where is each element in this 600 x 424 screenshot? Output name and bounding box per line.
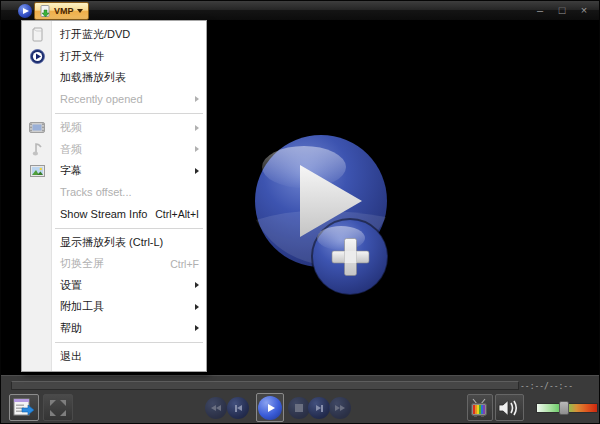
play-orb xyxy=(258,396,282,420)
submenu-arrow-icon xyxy=(195,125,199,131)
title-bar: VMP – □ × xyxy=(1,1,599,21)
submenu-arrow-icon xyxy=(195,146,199,152)
fullscreen-button[interactable] xyxy=(43,394,73,421)
menu-item-recently-opened: Recently opened xyxy=(22,89,206,111)
stop-icon xyxy=(295,404,303,412)
menu-item-show-playlist[interactable]: 显示播放列表 (Ctrl-L) xyxy=(22,232,206,254)
tv-channels-button[interactable] xyxy=(467,394,493,421)
menu-separator xyxy=(55,228,203,229)
stop-button[interactable] xyxy=(288,397,310,419)
menu-item-extra-tools[interactable]: 附加工具 xyxy=(22,296,206,318)
menu-item-settings[interactable]: 设置 xyxy=(22,275,206,297)
menu-item-label: Show Stream Info xyxy=(60,208,147,220)
menu-item-label: 帮助 xyxy=(60,321,82,336)
submenu-arrow-icon xyxy=(195,282,199,288)
menu-item-video: 视频 xyxy=(22,117,206,139)
menu-item-label: Recently opened xyxy=(60,93,143,105)
disc-icon xyxy=(22,27,52,42)
menu-item-label: 显示播放列表 (Ctrl-L) xyxy=(60,235,163,250)
menu-item-label: 打开蓝光/DVD xyxy=(60,27,130,42)
menu-item-show-stream-info[interactable]: Show Stream Info Ctrl+Alt+I xyxy=(22,203,206,225)
next-button[interactable] xyxy=(308,397,330,419)
previous-button[interactable] xyxy=(227,397,249,419)
menu-item-label: 音频 xyxy=(60,142,82,157)
main-menu-dropdown: 打开蓝光/DVD 打开文件 加载播放列表 Recently opened 视频 xyxy=(21,20,207,372)
menu-item-label: 设置 xyxy=(60,278,82,293)
open-file-icon xyxy=(40,5,51,18)
maximize-button[interactable]: □ xyxy=(555,3,569,17)
menu-item-label: 附加工具 xyxy=(60,299,104,314)
menu-item-help[interactable]: 帮助 xyxy=(22,318,206,340)
menu-item-exit[interactable]: 退出 xyxy=(22,346,206,368)
play-icon xyxy=(268,404,275,412)
app-play-icon xyxy=(18,4,32,18)
menu-item-label: 字幕 xyxy=(60,163,82,178)
menu-item-label: Tracks offset... xyxy=(60,186,132,198)
menu-item-audio: 音频 xyxy=(22,139,206,161)
submenu-arrow-icon xyxy=(195,304,199,310)
music-note-icon xyxy=(22,142,52,157)
player-logo xyxy=(246,125,396,305)
menu-item-shortcut: Ctrl+F xyxy=(170,258,199,270)
volume-thumb[interactable] xyxy=(559,401,569,415)
volume-slider[interactable] xyxy=(536,403,598,413)
minimize-button[interactable]: – xyxy=(533,3,547,17)
film-icon xyxy=(22,122,52,133)
image-icon xyxy=(22,165,52,177)
menu-item-subtitles[interactable]: 字幕 xyxy=(22,160,206,182)
fast-forward-button[interactable] xyxy=(329,397,351,419)
submenu-arrow-icon xyxy=(195,96,199,102)
menu-item-open-file[interactable]: 打开文件 xyxy=(22,46,206,68)
menu-item-label: 视频 xyxy=(60,120,82,135)
menu-button-label: VMP xyxy=(54,6,74,16)
fullscreen-arrows-icon xyxy=(48,398,68,418)
menu-item-label: 打开文件 xyxy=(60,49,104,64)
menu-item-label: 加载播放列表 xyxy=(60,70,126,85)
menu-item-label: 切换全屏 xyxy=(60,256,104,271)
menu-separator xyxy=(55,342,203,343)
menu-item-load-playlist[interactable]: 加载播放列表 xyxy=(22,67,206,89)
rewind-button[interactable] xyxy=(205,397,227,419)
menu-item-toggle-fullscreen: 切换全屏 Ctrl+F xyxy=(22,253,206,275)
menu-item-shortcut: Ctrl+Alt+I xyxy=(155,208,199,220)
tv-icon xyxy=(470,398,490,418)
media-player-window: VMP – □ × xyxy=(0,0,600,424)
menu-item-label: 退出 xyxy=(60,349,82,364)
control-bar: --:--/--:-- xyxy=(1,375,599,424)
play-button[interactable] xyxy=(256,393,284,422)
playlist-button[interactable] xyxy=(9,394,39,421)
play-circle-icon xyxy=(22,49,52,64)
mute-volume-button[interactable] xyxy=(495,394,524,421)
submenu-arrow-icon xyxy=(195,325,199,331)
speaker-icon xyxy=(498,399,521,417)
menu-item-tracks-offset: Tracks offset... xyxy=(22,182,206,204)
chevron-down-icon xyxy=(77,9,83,13)
seek-bar[interactable] xyxy=(11,381,519,390)
playlist-icon xyxy=(13,398,35,417)
menu-item-open-bluray-dvd[interactable]: 打开蓝光/DVD xyxy=(22,24,206,46)
main-menu-button[interactable]: VMP xyxy=(34,2,89,20)
time-display: --:--/--:-- xyxy=(520,382,573,391)
menu-separator xyxy=(55,113,203,114)
submenu-arrow-icon xyxy=(195,168,199,174)
close-button[interactable]: × xyxy=(577,3,591,17)
